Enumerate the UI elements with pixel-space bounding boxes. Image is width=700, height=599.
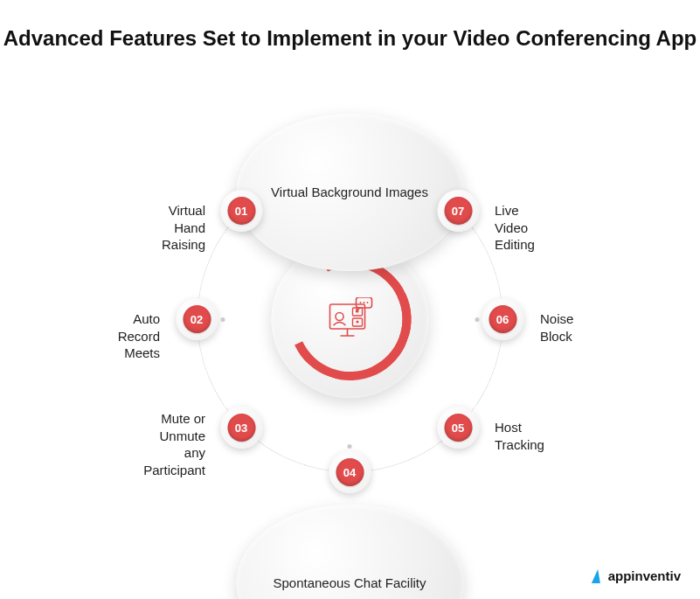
feature-number: 05: [444, 414, 472, 442]
feature-label: Virtual Background Images: [236, 114, 463, 271]
feature-number: 02: [183, 305, 211, 333]
feature-number: 04: [336, 458, 364, 486]
feature-label: Spontaneous Chat Facility: [236, 505, 463, 599]
feature-label: Mute or Unmute any Participant: [143, 410, 205, 478]
svg-point-9: [359, 302, 361, 303]
brand-name: appinventiv: [608, 568, 681, 583]
feature-label: Virtual Hand Raising: [162, 202, 205, 254]
feature-node-05: 05: [437, 407, 479, 449]
feature-node-01: 01: [220, 190, 262, 232]
svg-point-10: [363, 302, 364, 303]
feature-node-07: 07: [437, 190, 479, 232]
feature-wheel-diagram: 08 Virtual Background Images 07 Live Vid…: [350, 319, 350, 320]
feature-node-02: 02: [176, 298, 218, 340]
feature-label: Auto Record Meets: [118, 310, 160, 362]
feature-number: 01: [227, 197, 255, 225]
feature-label: Host Tracking: [495, 419, 544, 453]
brand-logo-icon: [591, 569, 605, 583]
feature-number: 06: [489, 305, 516, 333]
feature-number: 07: [444, 197, 472, 225]
feature-label: Noise Block: [540, 310, 573, 345]
page-title: Advanced Features Set to Implement in yo…: [0, 24, 700, 52]
svg-point-3: [336, 313, 343, 321]
feature-number: 03: [227, 414, 255, 442]
feature-node-03: 03: [220, 407, 262, 449]
feature-node-06: 06: [482, 298, 523, 340]
brand-logo: appinventiv: [591, 568, 681, 583]
svg-point-11: [366, 302, 368, 303]
svg-point-7: [356, 320, 358, 323]
feature-label: Live Video Editing: [495, 202, 535, 254]
feature-node-04: 04: [329, 451, 371, 493]
video-conference-icon: [323, 297, 376, 341]
